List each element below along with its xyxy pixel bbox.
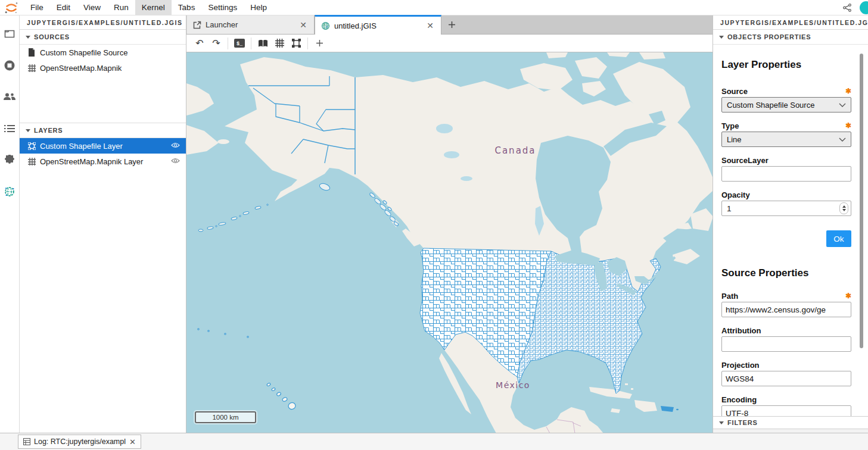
toolbar-separator — [307, 38, 308, 49]
menu-items: File Edit View Run Kernel Tabs Settings … — [24, 0, 273, 15]
sources-section-header[interactable]: SOURCES — [20, 30, 186, 45]
projection-input[interactable] — [721, 371, 851, 386]
close-icon[interactable]: ✕ — [129, 438, 136, 446]
vector-layer-button[interactable] — [288, 36, 304, 51]
editor-area: Launcher ✕ untitled.jGIS ✕ — [186, 15, 713, 433]
path-field-label: Path — [721, 292, 738, 301]
right-panel-scrollbar[interactable] — [860, 54, 863, 348]
objects-properties-header[interactable]: OBJECTS PROPERTIES — [713, 30, 868, 45]
extensions-puzzle-icon[interactable] — [0, 150, 20, 170]
left-panel-breadcrumb: JUPYTERGIS/EXAMPLES/UNTITLED.JGIS — [20, 15, 186, 30]
menu-file[interactable]: File — [24, 0, 50, 15]
layer-item-custom-shapefile[interactable]: Custom Shapefile Layer — [20, 138, 186, 154]
menu-run[interactable]: Run — [107, 0, 135, 15]
source-select-value: Custom Shapefile Source — [727, 101, 814, 110]
collaboration-users-icon[interactable] — [0, 87, 20, 107]
file-browser-icon[interactable] — [0, 24, 20, 43]
attribution-input[interactable] — [721, 336, 851, 352]
close-icon[interactable]: ✕ — [298, 20, 308, 30]
table-of-contents-icon[interactable] — [0, 118, 20, 138]
editor-tab-bar: Launcher ✕ untitled.jGIS ✕ — [186, 15, 713, 35]
chevron-down-icon — [26, 129, 30, 132]
source-select[interactable]: Custom Shapefile Source — [721, 97, 851, 112]
encoding-input[interactable] — [721, 405, 851, 416]
encoding-field-group: Encoding — [721, 395, 851, 416]
required-asterisk-icon: ✱ — [845, 121, 851, 130]
map-canvas[interactable]: Canada México 1000 km — [186, 52, 713, 433]
chevron-down-icon — [839, 138, 846, 142]
menu-view[interactable]: View — [77, 0, 107, 15]
menu-help[interactable]: Help — [244, 0, 273, 15]
grid-icon — [27, 158, 36, 165]
tab-launcher[interactable]: Launcher ✕ — [186, 15, 315, 34]
new-tab-button[interactable] — [441, 15, 462, 34]
menu-edit[interactable]: Edit — [50, 0, 77, 15]
projection-field-label: Projection — [721, 361, 760, 370]
file-icon — [27, 48, 36, 57]
map-label-canada: Canada — [494, 145, 536, 156]
ok-button[interactable]: Ok — [826, 230, 851, 247]
chevron-down-icon — [719, 36, 724, 39]
required-asterisk-icon: ✱ — [845, 292, 851, 300]
properties-form: Layer Properties Source ✱ Custom Shapefi… — [713, 45, 868, 416]
source-field-label: Source — [721, 87, 748, 96]
layer-item-osm-mapnik[interactable]: OpenStreetMap.Mapnik Layer — [20, 154, 186, 169]
grid-icon — [27, 64, 36, 72]
close-icon[interactable]: ✕ — [425, 21, 435, 30]
opacity-stepper[interactable]: 1 — [721, 201, 851, 216]
type-select[interactable]: Line — [721, 132, 851, 147]
jupytergis-globe-icon[interactable] — [0, 182, 20, 201]
visibility-eye-icon[interactable] — [171, 142, 180, 151]
filters-header-label: FILTERS — [727, 419, 758, 426]
chevron-down-icon — [719, 421, 724, 424]
undo-button[interactable]: ↶ — [191, 36, 208, 51]
running-sessions-icon[interactable] — [0, 55, 20, 75]
log-console-icon — [23, 438, 30, 445]
user-avatar[interactable] — [860, 1, 868, 14]
map-label-mexico: México — [496, 380, 530, 390]
stepper-arrows-icon[interactable] — [839, 202, 848, 214]
sourcelayer-field-group: SourceLayer — [721, 155, 851, 182]
opacity-field-label: Opacity — [721, 190, 750, 199]
sourcelayer-input[interactable] — [721, 166, 851, 182]
encoding-field-label: Encoding — [721, 395, 757, 404]
tab-label: Launcher — [206, 20, 238, 29]
left-sidebar-panel: JUPYTERGIS/EXAMPLES/UNTITLED.JGIS SOURCE… — [20, 15, 186, 433]
visibility-eye-icon[interactable] — [171, 157, 180, 166]
sourcelayer-field-label: SourceLayer — [721, 156, 769, 165]
jgis-toolbar: ↶ ↷ $_ — [186, 35, 713, 52]
source-field-group: Source ✱ Custom Shapefile Source — [721, 86, 851, 112]
bottom-status-bar: Log: RTC:jupytergis/exampl ✕ — [0, 433, 868, 450]
source-item-label: OpenStreetMap.Mapnik — [40, 64, 122, 73]
source-item-osm-mapnik[interactable]: OpenStreetMap.Mapnik — [20, 60, 186, 76]
add-layer-button[interactable] — [311, 36, 328, 51]
filters-section-header[interactable]: FILTERS — [713, 416, 868, 429]
right-properties-panel: JUPYTERGIS/EXAMPLES/UNTITLED.JGIS OBJECT… — [713, 15, 868, 433]
layer-properties-title: Layer Properties — [721, 59, 851, 71]
layers-list: Custom Shapefile Layer OpenStreetMap.Map… — [20, 138, 186, 169]
objects-properties-label: OBJECTS PROPERTIES — [727, 33, 811, 40]
tab-untitled-jgis[interactable]: untitled.jGIS ✕ — [315, 15, 441, 35]
type-field-group: Type ✱ Line — [721, 121, 851, 147]
layer-item-label: Custom Shapefile Layer — [40, 142, 123, 151]
share-icon[interactable] — [839, 0, 855, 15]
tab-label: untitled.jGIS — [334, 21, 377, 30]
basemap-button[interactable] — [254, 36, 271, 51]
menu-kernel[interactable]: Kernel — [135, 0, 172, 15]
scale-label: 1000 km — [212, 414, 238, 421]
svg-text:$_: $_ — [237, 41, 243, 47]
layers-section-header[interactable]: LAYERS — [20, 123, 186, 138]
menu-tabs[interactable]: Tabs — [172, 0, 202, 15]
path-input[interactable] — [721, 302, 851, 317]
sources-list: Custom Shapefile Source OpenStreetMap.Ma… — [20, 45, 186, 123]
redo-button[interactable]: ↷ — [208, 36, 225, 51]
grid-layer-button[interactable] — [271, 36, 288, 51]
console-button[interactable]: $_ — [231, 36, 248, 51]
layers-header-label: LAYERS — [34, 127, 63, 134]
source-item-custom-shapefile[interactable]: Custom Shapefile Source — [20, 45, 186, 60]
toolbar-separator — [228, 38, 228, 49]
menu-settings[interactable]: Settings — [201, 0, 244, 15]
log-console-tab[interactable]: Log: RTC:jupytergis/exampl ✕ — [18, 435, 141, 449]
attribution-field-group: Attribution — [721, 326, 851, 352]
source-item-label: Custom Shapefile Source — [40, 48, 127, 57]
